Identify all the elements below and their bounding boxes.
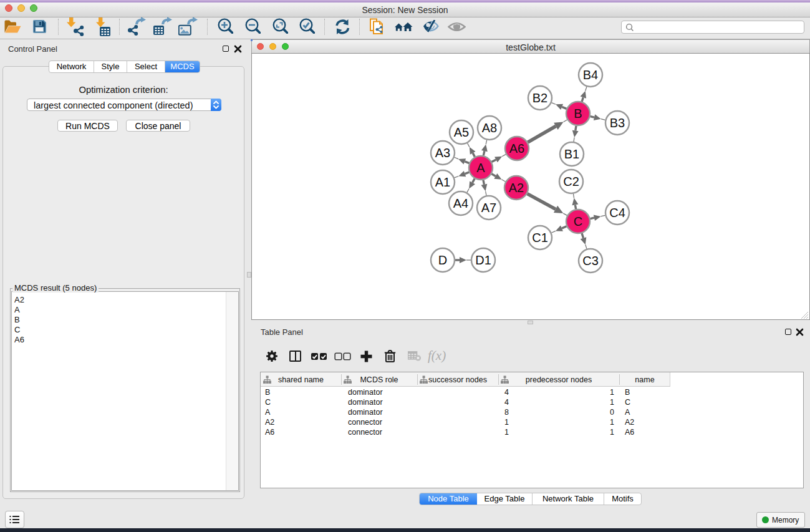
svg-text:A4: A4	[453, 196, 468, 210]
svg-text:C2: C2	[563, 175, 579, 188]
svg-text:D: D	[438, 253, 447, 267]
svg-text:C: C	[574, 215, 582, 228]
svg-text:A8: A8	[482, 121, 497, 135]
svg-text:D1: D1	[475, 253, 491, 267]
svg-text:B3: B3	[610, 116, 625, 130]
svg-text:C3: C3	[582, 254, 599, 268]
svg-text:C1: C1	[532, 231, 548, 244]
svg-text:C4: C4	[609, 206, 625, 220]
svg-text:A2: A2	[509, 181, 524, 195]
svg-text:A6: A6	[509, 142, 524, 155]
svg-text:A3: A3	[435, 146, 450, 160]
svg-text:B1: B1	[564, 147, 579, 161]
svg-text:B4: B4	[583, 68, 598, 82]
svg-text:A: A	[476, 161, 485, 175]
svg-text:B: B	[574, 107, 582, 120]
svg-text:A5: A5	[454, 125, 469, 139]
svg-text:B2: B2	[533, 91, 547, 105]
svg-text:A1: A1	[435, 175, 450, 189]
svg-text:A7: A7	[481, 201, 496, 215]
